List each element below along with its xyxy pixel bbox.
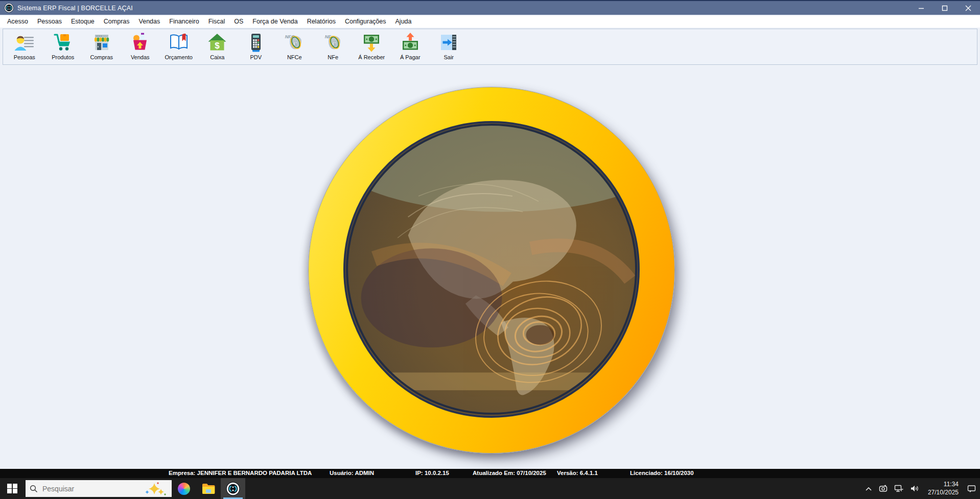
- network-icon: [894, 485, 903, 492]
- nfce-e-glyph: e: [293, 38, 297, 47]
- taskbar-search[interactable]: [26, 480, 172, 497]
- toolbar-label: Produtos: [52, 54, 74, 60]
- tray-chevron-up[interactable]: [865, 486, 872, 491]
- open-book-icon: [169, 32, 189, 53]
- toolbar-nfce[interactable]: e NFC NFCe: [275, 32, 314, 60]
- pos-terminal-icon: [246, 32, 266, 53]
- window-title: Sistema ERP Fiscal | BORCELLE AÇAI: [17, 5, 133, 12]
- toolbar-label: NFe: [328, 54, 338, 60]
- globe-logo: [308, 87, 675, 454]
- nfce-icon: e NFC: [284, 32, 305, 53]
- toolbar-orcamento[interactable]: Orçamento: [159, 32, 198, 60]
- copilot-sparkle-icon: [144, 481, 168, 497]
- status-atualizado: Atualizado Em: 07/10/2025: [473, 470, 546, 476]
- toolbar-label: Compras: [90, 54, 113, 60]
- menu-bar: Acesso Pessoas Estoque Compras Vendas Fi…: [0, 16, 980, 28]
- toolbar-nfe[interactable]: e NF NFe: [314, 32, 353, 60]
- toolbar-vendas[interactable]: Vendas: [121, 32, 160, 60]
- menu-forca-de-venda[interactable]: Força de Venda: [248, 16, 302, 28]
- money-in-icon: [361, 32, 382, 53]
- exit-icon: [438, 32, 459, 53]
- speaker-icon: [910, 485, 919, 492]
- chevron-up-icon: [865, 486, 872, 491]
- menu-compras[interactable]: Compras: [99, 16, 134, 28]
- system-tray: 11:34 27/10/2025: [865, 481, 980, 496]
- clock-time: 11:34: [928, 481, 959, 489]
- toolbar-label: NFCe: [287, 54, 302, 60]
- window-controls: [909, 1, 980, 15]
- menu-estoque[interactable]: Estoque: [66, 16, 99, 28]
- windows-taskbar: 11:34 27/10/2025: [0, 478, 980, 499]
- menu-acesso[interactable]: Acesso: [3, 16, 33, 28]
- shopping-basket-icon: [130, 32, 150, 53]
- app-logo-icon: [4, 3, 14, 13]
- menu-os[interactable]: OS: [229, 16, 248, 28]
- search-icon: [30, 485, 38, 493]
- storefront-icon: [91, 32, 112, 53]
- menu-fiscal[interactable]: Fiscal: [204, 16, 230, 28]
- menu-pessoas[interactable]: Pessoas: [33, 16, 66, 28]
- nfe-e-glyph: e: [332, 38, 336, 47]
- menu-vendas[interactable]: Vendas: [134, 16, 165, 28]
- toolbar-caixa[interactable]: $ Caixa: [198, 32, 237, 60]
- toolbar-pessoas[interactable]: Pessoas: [5, 32, 44, 60]
- globe-image: [343, 121, 640, 417]
- nfce-text-glyph: NFC: [285, 34, 295, 39]
- house-dollar-icon: $: [207, 32, 227, 53]
- menu-configuracoes[interactable]: Configurações: [340, 16, 391, 28]
- nfe-icon: e NF: [323, 32, 343, 53]
- shopping-cart-icon: [53, 32, 73, 53]
- toolbar-label: Sair: [444, 54, 454, 60]
- toolbar-label: Vendas: [131, 54, 150, 60]
- toolbar-compras[interactable]: Compras: [82, 32, 121, 60]
- nfe-text-glyph: NF: [324, 34, 331, 39]
- taskbar-erp-app[interactable]: [221, 478, 245, 499]
- maximize-button[interactable]: [933, 1, 956, 15]
- person-contacts-icon: [14, 32, 35, 53]
- notification-icon: [967, 485, 976, 493]
- taskbar-clock[interactable]: 11:34 27/10/2025: [928, 481, 959, 496]
- toolbar-label: PDV: [250, 54, 262, 60]
- tray-network[interactable]: [894, 485, 903, 492]
- money-out-icon: [400, 32, 421, 53]
- menu-financeiro[interactable]: Financeiro: [165, 16, 203, 28]
- clock-date: 27/10/2025: [928, 489, 959, 497]
- start-button[interactable]: [0, 478, 25, 499]
- toolbar-sair[interactable]: Sair: [430, 32, 469, 60]
- erp-app-icon: [226, 482, 240, 496]
- copilot-icon: [178, 483, 190, 495]
- status-usuario: Usuário: ADMIN: [330, 470, 374, 476]
- close-icon: [965, 5, 971, 11]
- toolbar-a-pagar[interactable]: Á Pagar: [391, 32, 430, 60]
- minimize-icon: [918, 5, 924, 11]
- search-input[interactable]: [42, 485, 114, 493]
- erp-application-window: Sistema ERP Fiscal | BORCELLE AÇAI Acess…: [0, 0, 980, 499]
- toolbar-pdv[interactable]: PDV: [237, 32, 275, 60]
- taskbar-file-explorer[interactable]: [196, 478, 221, 499]
- status-bar: Empresa: JENNIFER E BERNARDO PADARIA LTD…: [0, 469, 980, 478]
- toolbar-label: Pessoas: [14, 54, 35, 60]
- toolbar-label: Á Receber: [358, 54, 385, 60]
- taskbar-copilot[interactable]: [172, 478, 196, 499]
- tray-screen-record[interactable]: [879, 485, 888, 492]
- status-licenciado: Licenciado: 16/10/2030: [630, 470, 694, 476]
- dollar-glyph: $: [215, 41, 220, 51]
- menu-ajuda[interactable]: Ajuda: [391, 16, 416, 28]
- windows-logo-icon: [7, 484, 17, 494]
- menu-relatorios[interactable]: Relatórios: [302, 16, 340, 28]
- close-button[interactable]: [956, 1, 980, 15]
- status-empresa: Empresa: JENNIFER E BERNARDO PADARIA LTD…: [169, 470, 312, 476]
- toolbar-label: Caixa: [210, 54, 224, 60]
- tray-notifications[interactable]: [967, 485, 976, 493]
- screen-record-icon: [879, 485, 888, 492]
- toolbar-produtos[interactable]: Produtos: [44, 32, 83, 60]
- toolbar-a-receber[interactable]: Á Receber: [353, 32, 391, 60]
- tray-volume[interactable]: [910, 485, 919, 492]
- toolbar: Pessoas Produtos: [3, 29, 977, 65]
- status-ip: IP: 10.0.2.15: [415, 470, 449, 476]
- title-bar: Sistema ERP Fiscal | BORCELLE AÇAI: [0, 0, 980, 15]
- maximize-icon: [942, 5, 948, 11]
- toolbar-label: Á Pagar: [400, 54, 421, 60]
- toolbar-label: Orçamento: [165, 54, 193, 60]
- minimize-button[interactable]: [909, 1, 933, 15]
